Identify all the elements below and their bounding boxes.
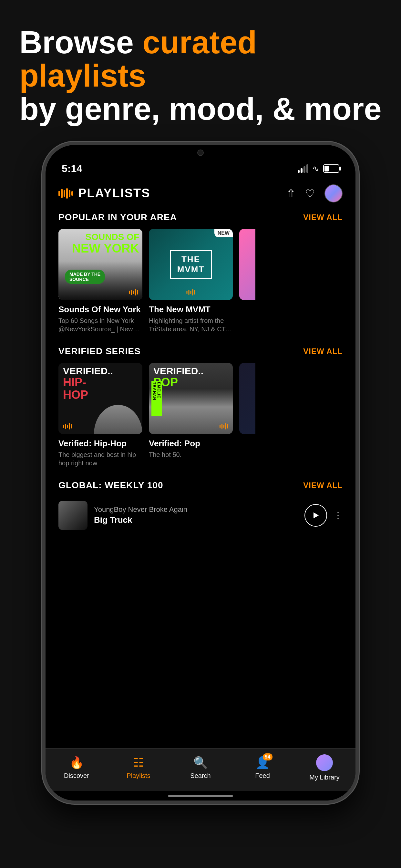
status-icons: ∿	[298, 164, 339, 174]
more-options-button[interactable]: ⋮	[334, 510, 343, 521]
new-badge: NEW	[214, 229, 233, 237]
playlist-card-hiphop[interactable]: VERIFIED.. HIP-HOP	[58, 363, 143, 467]
search-icon: 🔍	[193, 756, 208, 770]
outer-background: Browse curated playlists by genre, mood,…	[0, 0, 401, 868]
hiphop-playlist-name: Verified: Hip-Hop	[58, 438, 143, 448]
hiphop-playlist-desc: The biggest and best in hip-hop right no…	[58, 451, 143, 467]
global-view-all[interactable]: VIEW ALL	[303, 481, 343, 490]
bell-icon[interactable]: ♡	[305, 187, 315, 200]
nav-playlists-label: Playlists	[127, 772, 150, 779]
signal-icon	[298, 164, 308, 173]
track-title: Big Truck	[94, 515, 298, 525]
upload-icon[interactable]: ⇧	[286, 187, 296, 200]
nav-discover-label: Discover	[64, 772, 89, 779]
track-thumbnail	[58, 501, 88, 530]
popular-section: POPULAR IN YOUR AREA VIEW ALL	[45, 206, 356, 340]
thumb-ny: SOUNDS OFNEW YORK MADE BY THESOURCE	[58, 229, 143, 300]
mvmt-text: THEMVMT	[170, 250, 212, 279]
mvmt-waveform-icon	[187, 289, 195, 296]
nav-feed[interactable]: 👤 94 Feed	[243, 756, 282, 779]
svg-marker-0	[313, 512, 319, 518]
waveform-logo-icon	[58, 188, 73, 198]
playlists-icon: ☷	[133, 756, 144, 770]
hero-line1-white: Browse	[19, 25, 143, 60]
popular-section-title: POPULAR IN YOUR AREA	[58, 212, 177, 222]
track-item[interactable]: YoungBoy Never Broke Again Big Truck ⋮	[58, 496, 343, 535]
hero-section: Browse curated playlists by genre, mood,…	[0, 0, 401, 142]
made-by-source-badge: MADE BY THESOURCE	[65, 270, 105, 284]
pop-playlist-desc: The hot 50.	[149, 451, 233, 459]
hiphop-waveform-icon	[63, 423, 72, 430]
partial-thumb-1	[239, 229, 255, 300]
phone-screen: 5:14 ∿	[45, 145, 356, 801]
user-avatar[interactable]	[325, 184, 343, 203]
thumb-hiphop: VERIFIED.. HIP-HOP	[58, 363, 143, 434]
thumb-mvmt: THEMVMT NEW …	[149, 229, 233, 300]
header-icons: ⇧ ♡	[286, 184, 343, 203]
nav-avatar-icon	[316, 754, 333, 771]
home-indicator	[168, 795, 233, 797]
scroll-content[interactable]: POPULAR IN YOUR AREA VIEW ALL	[45, 206, 356, 748]
nav-mylibrary[interactable]: My Library	[305, 754, 344, 781]
ny-playlist-name: Sounds Of New York	[58, 305, 143, 314]
verified-view-all[interactable]: VIEW ALL	[303, 347, 343, 356]
status-time: 5:14	[62, 163, 82, 175]
play-button[interactable]	[305, 504, 327, 527]
verified-section: VERIFIED SERIES VIEW ALL VERIFIED.. HIP-…	[45, 340, 356, 474]
nav-search[interactable]: 🔍 Search	[181, 756, 220, 779]
playlist-card-partial-2	[239, 363, 255, 467]
playlist-card-partial-1	[239, 229, 255, 333]
playlist-card-pop[interactable]: VERIFIED.. POP EMELIE TRAHAN	[149, 363, 233, 467]
track-thumb-img	[58, 501, 88, 530]
verified-section-title: VERIFIED SERIES	[58, 346, 141, 356]
track-info: YoungBoy Never Broke Again Big Truck	[94, 505, 298, 525]
app-title: PLAYLISTS	[78, 186, 150, 200]
popular-playlist-row: SOUNDS OFNEW YORK MADE BY THESOURCE	[45, 229, 356, 333]
header-left: PLAYLISTS	[58, 186, 150, 200]
discover-icon: 🔥	[69, 756, 84, 770]
thumb-pop: VERIFIED.. POP EMELIE TRAHAN	[149, 363, 233, 434]
partial-thumb-2	[239, 363, 255, 434]
play-icon	[311, 511, 320, 520]
verified-section-header: VERIFIED SERIES VIEW ALL	[45, 346, 356, 363]
wifi-icon: ∿	[312, 164, 319, 174]
global-section: GLOBAL: WEEKLY 100 VIEW ALL YoungBoy Nev…	[45, 474, 356, 541]
mvmt-playlist-desc: Highlighting artist from the TriState ar…	[149, 316, 233, 333]
bottom-nav: 🔥 Discover ☷ Playlists 🔍 Search 👤	[45, 748, 356, 791]
nav-feed-label: Feed	[255, 772, 270, 779]
popular-section-header: POPULAR IN YOUR AREA VIEW ALL	[45, 212, 356, 229]
hero-heading: Browse curated playlists by genre, mood,…	[19, 26, 382, 126]
playlist-card-ny[interactable]: SOUNDS OFNEW YORK MADE BY THESOURCE	[58, 229, 143, 333]
battery-icon	[323, 164, 339, 173]
track-controls: ⋮	[305, 504, 343, 527]
pop-playlist-name: Verified: Pop	[149, 438, 233, 448]
nav-playlists[interactable]: ☷ Playlists	[119, 756, 158, 779]
global-section-title: GLOBAL: WEEKLY 100	[58, 480, 163, 491]
pop-waveform-icon	[220, 423, 228, 430]
notch	[160, 145, 241, 160]
ny-waveform-icon	[129, 289, 138, 296]
camera-notch	[197, 150, 204, 156]
app-header: PLAYLISTS ⇧ ♡	[45, 178, 356, 206]
emelie-label: EMELIE TRAHAN	[151, 381, 162, 416]
mvmt-logo: THEMVMT	[170, 250, 212, 279]
playlist-card-mvmt[interactable]: THEMVMT NEW …	[149, 229, 233, 333]
global-section-header: GLOBAL: WEEKLY 100 VIEW ALL	[58, 480, 343, 496]
hiphop-title-overlay: VERIFIED.. HIP-HOP	[63, 366, 113, 401]
phone-frame: 5:14 ∿	[42, 142, 359, 804]
ny-playlist-desc: Top 60 Songs in New York - @NewYorkSourc…	[58, 316, 143, 333]
home-indicator-bar	[45, 791, 356, 801]
mvmt-playlist-name: The New MVMT	[149, 305, 233, 314]
nav-discover[interactable]: 🔥 Discover	[57, 756, 96, 779]
feed-badge-wrapper: 👤 94	[255, 756, 270, 770]
feed-badge-count: 94	[263, 753, 273, 761]
track-artist: YoungBoy Never Broke Again	[94, 505, 298, 514]
hero-line2: by genre, mood, & more	[19, 91, 382, 127]
popular-view-all[interactable]: VIEW ALL	[303, 213, 343, 222]
verified-playlist-row: VERIFIED.. HIP-HOP	[45, 363, 356, 467]
mvmt-dots: …	[223, 285, 228, 290]
ny-thumb-text: SOUNDS OFNEW YORK	[72, 232, 139, 256]
nav-mylibrary-label: My Library	[309, 774, 339, 781]
nav-search-label: Search	[190, 772, 211, 779]
